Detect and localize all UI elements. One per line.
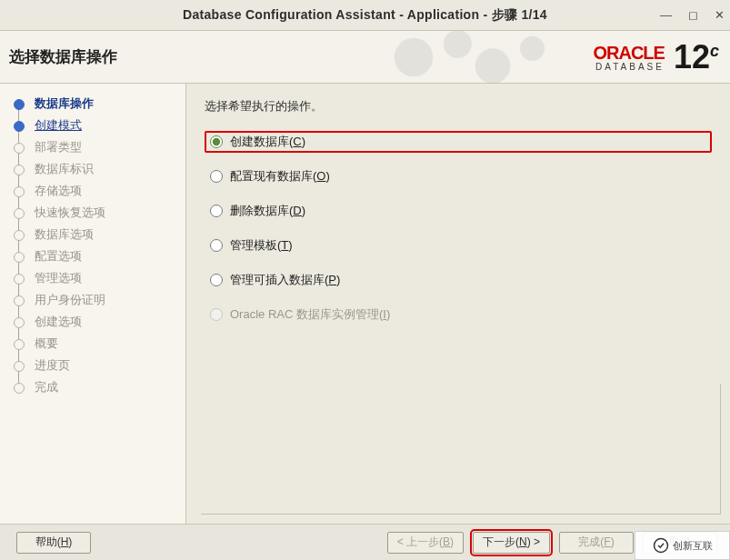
step-item: 存储选项 (13, 180, 185, 202)
operation-label: 管理可插入数据库(P) (230, 272, 340, 288)
step-label: 存储选项 (35, 184, 82, 197)
step-item: 快速恢复选项 (13, 202, 185, 224)
step-label: 数据库选项 (35, 227, 94, 241)
step-item: 管理选项 (13, 267, 185, 289)
operation-label: 创建数据库(C) (230, 134, 305, 150)
sidebar: 数据库操作创建模式部署类型数据库标识存储选项快速恢复选项数据库选项配置选项管理选… (0, 84, 186, 524)
step-label: 配置选项 (35, 249, 82, 263)
step-item: 完成 (13, 376, 185, 398)
step-label: 进度页 (35, 358, 70, 372)
step-item: 创建选项 (13, 311, 185, 333)
operation-option[interactable]: 配置现有数据库(O) (205, 165, 712, 187)
decorative-gears (375, 31, 557, 84)
watermark-text: 创新互联 (673, 539, 713, 553)
svg-point-3 (520, 36, 545, 61)
back-button: < 上一步(B) (387, 532, 464, 554)
minimize-icon[interactable]: — (660, 8, 672, 22)
step-label: 概要 (35, 336, 58, 350)
main: 数据库操作创建模式部署类型数据库标识存储选项快速恢复选项数据库选项配置选项管理选… (0, 84, 730, 524)
help-button[interactable]: 帮助(H) (16, 532, 91, 554)
step-item[interactable]: 数据库操作 (13, 93, 185, 115)
step-label: 用户身份证明 (35, 293, 105, 306)
watermark: 创新互联 (635, 531, 730, 560)
titlebar: Database Configuration Assistant - Appli… (0, 0, 730, 31)
header: 选择数据库操作 ORACLE DATABASE 12c (0, 31, 730, 84)
step-label: 完成 (35, 380, 58, 394)
maximize-icon[interactable]: ◻ (688, 8, 698, 22)
logo-text-main: ORACLE (593, 43, 664, 63)
footer: 帮助(H) < 上一步(B) 下一步(N) > 完成(F) 取消 (0, 524, 730, 560)
operation-label: 管理模板(T) (230, 237, 293, 254)
prompt-text: 选择希望执行的操作。 (205, 98, 712, 115)
step-item[interactable]: 创建模式 (13, 115, 185, 136)
step-item: 进度页 (13, 355, 185, 376)
step-item: 用户身份证明 (13, 289, 185, 311)
content-pane: 选择希望执行的操作。 创建数据库(C)配置现有数据库(O)删除数据库(D)管理模… (186, 84, 730, 524)
operation-label: Oracle RAC 数据库实例管理(I) (230, 306, 390, 323)
radio-group: 创建数据库(C)配置现有数据库(O)删除数据库(D)管理模板(T)管理可插入数据… (205, 131, 712, 325)
window-controls: — ◻ ✕ (660, 0, 725, 30)
svg-point-4 (654, 539, 667, 553)
logo: ORACLE DATABASE 12c (593, 38, 719, 76)
step-label: 部署类型 (35, 140, 82, 154)
content-border (201, 384, 721, 515)
step-label: 创建模式 (35, 118, 82, 132)
operation-option: Oracle RAC 数据库实例管理(I) (205, 304, 712, 325)
svg-point-1 (444, 31, 472, 58)
step-label: 快速恢复选项 (35, 205, 105, 219)
logo-version: 12c (674, 38, 719, 76)
window-title: Database Configuration Assistant - Appli… (183, 7, 547, 24)
step-item: 概要 (13, 333, 185, 355)
finish-button: 完成(F) (559, 532, 634, 554)
step-item: 数据库标识 (13, 158, 185, 180)
operation-radio[interactable] (210, 274, 223, 286)
operation-label: 删除数据库(D) (230, 203, 305, 219)
operation-radio[interactable] (210, 239, 223, 252)
operation-option[interactable]: 管理模板(T) (205, 235, 712, 256)
close-icon[interactable]: ✕ (715, 8, 725, 22)
page-title: 选择数据库操作 (9, 46, 117, 67)
operation-radio (210, 308, 223, 321)
logo-text-sub: DATABASE (593, 62, 664, 72)
step-label: 数据库操作 (35, 96, 94, 110)
step-label: 创建选项 (35, 315, 82, 328)
step-item: 部署类型 (13, 136, 185, 158)
step-item: 配置选项 (13, 245, 185, 267)
operation-option[interactable]: 删除数据库(D) (205, 200, 712, 222)
operation-radio[interactable] (210, 135, 223, 148)
step-label: 管理选项 (35, 271, 82, 285)
next-button[interactable]: 下一步(N) > (473, 532, 550, 554)
operation-radio[interactable] (210, 170, 223, 183)
operation-option[interactable]: 管理可插入数据库(P) (205, 269, 712, 291)
svg-point-0 (395, 38, 434, 77)
operation-radio[interactable] (210, 205, 223, 217)
operation-option[interactable]: 创建数据库(C) (205, 131, 712, 153)
step-label: 数据库标识 (35, 162, 94, 175)
step-list: 数据库操作创建模式部署类型数据库标识存储选项快速恢复选项数据库选项配置选项管理选… (13, 93, 185, 398)
svg-point-2 (475, 48, 511, 84)
watermark-icon (653, 537, 669, 554)
operation-label: 配置现有数据库(O) (230, 168, 330, 185)
step-item: 数据库选项 (13, 224, 185, 245)
